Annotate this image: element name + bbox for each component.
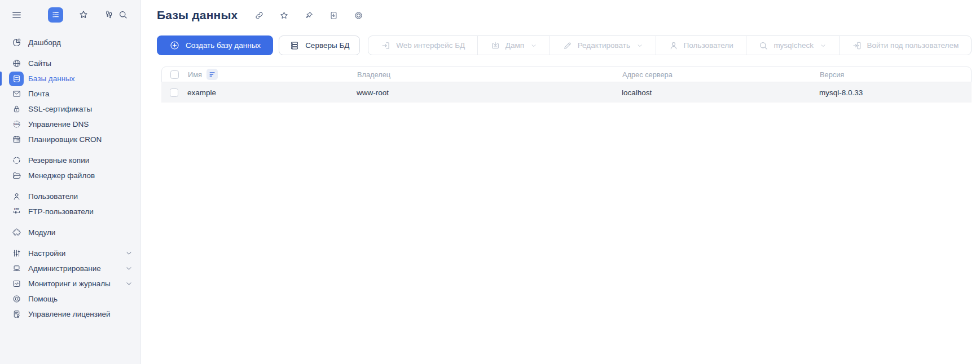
sidebar-item-backups[interactable]: Резервные копии (0, 153, 140, 168)
sort-asc-icon[interactable] (206, 69, 218, 80)
chevron-down-icon (125, 250, 133, 257)
envelope-icon (11, 89, 21, 99)
sidebar-item-cron[interactable]: Планировщик CRON (0, 132, 140, 147)
sidebar-item-ftp-users[interactable]: FTP FTP-пользователи (0, 204, 140, 219)
sidebar-item-label: Настройки (28, 249, 125, 258)
export-file-icon[interactable] (329, 11, 339, 20)
license-icon (11, 309, 21, 319)
chevron-down-icon (820, 42, 827, 49)
globe-icon (11, 59, 21, 69)
toolbar: Создать базу данных Серверы БД Web интер… (157, 35, 972, 55)
sidebar-item-label: Базы данных (28, 74, 133, 83)
table-row[interactable]: example www-root localhost mysql-8.0.33 (161, 82, 972, 103)
sidebar-item-label: Модули (28, 228, 133, 237)
web-interface-button[interactable]: Web интерфейс БД (368, 36, 477, 55)
sidebar-item-label: Дашборд (28, 38, 133, 47)
edit-label: Редактировать (578, 41, 630, 50)
create-database-button[interactable]: Создать базу данных (157, 35, 273, 55)
sliders-icon (11, 248, 21, 259)
sidebar-item-dashboard[interactable]: Дашборд (0, 35, 140, 50)
sidebar-item-label: Резервные копии (28, 156, 133, 165)
cell-version: mysql-8.0.33 (819, 88, 972, 97)
db-servers-button[interactable]: Серверы БД (279, 35, 360, 55)
sidebar-item-mail[interactable]: Почта (0, 86, 140, 101)
pencil-icon (562, 41, 573, 51)
sidebar-item-label: SSL-сертификаты (28, 105, 133, 113)
dump-button[interactable]: Дамп (477, 36, 550, 55)
laptop-icon (11, 264, 21, 274)
header-checkbox-cell (162, 70, 188, 79)
login-as-user-button[interactable]: Войти под пользователем (839, 36, 971, 55)
main-content: Базы данных (141, 0, 980, 364)
sidebar-item-users[interactable]: Пользователи (0, 189, 140, 204)
chevron-down-icon (530, 42, 537, 49)
sidebar-item-administration[interactable]: Администрирование (0, 261, 140, 276)
sidebar-item-modules[interactable]: Модули (0, 225, 140, 240)
column-header-version: Версия (820, 70, 971, 79)
column-label: Имя (188, 70, 202, 79)
web-interface-label: Web интерфейс БД (396, 41, 465, 50)
sidebar-item-ssl[interactable]: SSL-сертификаты (0, 101, 140, 117)
select-all-checkbox[interactable] (170, 70, 179, 79)
backup-circle-icon (11, 156, 21, 166)
sidebar-item-sites[interactable]: Сайты (0, 56, 140, 71)
folder-open-icon (11, 171, 21, 181)
page-title: Базы данных (157, 8, 238, 22)
sidebar-item-license[interactable]: Управление лицензией (0, 307, 140, 322)
column-header-name[interactable]: Имя (188, 69, 357, 80)
dns-icon: DNS (11, 119, 21, 130)
row-checkbox[interactable] (170, 88, 178, 97)
plus-circle-icon (169, 40, 180, 51)
mysqlcheck-button[interactable]: mysqlcheck (746, 36, 839, 55)
favorite-star-icon[interactable] (279, 11, 289, 20)
favorites-star-icon[interactable] (78, 10, 89, 20)
sidebar-item-dns[interactable]: DNS Управление DNS (0, 117, 140, 132)
impersonate-door-icon (852, 41, 862, 51)
db-servers-label: Серверы БД (305, 41, 349, 50)
pin-icon[interactable] (304, 11, 314, 20)
sidebar-item-label: Пользователи (28, 192, 133, 201)
login-as-user-label: Войти под пользователем (867, 41, 959, 50)
dashboard-pie-icon (11, 38, 21, 48)
row-actions-group: Web интерфейс БД Дамп Редактировать (368, 35, 972, 55)
sidebar-item-monitoring[interactable]: Мониторинг и журналы (0, 276, 140, 291)
list-view-icon[interactable] (48, 7, 63, 23)
ftp-icon: FTP (11, 207, 21, 217)
db-users-label: Пользователи (684, 41, 733, 50)
cell-owner: www-root (357, 88, 622, 97)
sidebar-item-databases[interactable]: Базы данных (0, 71, 140, 86)
edit-button[interactable]: Редактировать (550, 36, 656, 55)
footprints-icon[interactable] (104, 10, 114, 20)
mysqlcheck-label: mysqlcheck (774, 41, 814, 50)
sidebar-item-label: Управление лицензией (28, 310, 133, 318)
table-header: Имя Владелец Адрес сервера Версия (161, 66, 972, 82)
copy-link-icon[interactable] (254, 11, 264, 20)
lock-icon (11, 104, 21, 114)
chevron-down-icon (636, 42, 643, 49)
help-rings-icon[interactable] (354, 11, 363, 20)
sidebar-item-file-manager[interactable]: Менеджер файлов (0, 168, 140, 183)
search-icon[interactable] (118, 10, 128, 20)
hamburger-menu-icon[interactable] (11, 10, 22, 20)
import-box-icon (490, 41, 500, 51)
sidebar-item-settings[interactable]: Настройки (0, 246, 140, 261)
sidebar-item-label: FTP-пользователи (28, 207, 133, 216)
active-indicator (0, 72, 2, 86)
calendar-icon (11, 135, 21, 145)
person-icon (669, 41, 679, 51)
sidebar-item-label: Почта (28, 90, 133, 98)
magnifier-icon (758, 41, 768, 51)
svg-text:FTP: FTP (14, 208, 19, 211)
sidebar-item-label: Менеджер файлов (28, 171, 133, 180)
sidebar-item-label: Помощь (28, 295, 133, 303)
cell-name: example (187, 88, 357, 97)
user-icon (11, 192, 21, 202)
sidebar-item-label: Сайты (28, 59, 133, 68)
server-stack-icon (289, 41, 300, 51)
puzzle-icon (11, 228, 21, 238)
sidebar-item-help[interactable]: Помощь (0, 291, 140, 307)
enter-arrow-icon (381, 41, 391, 51)
column-header-owner: Владелец (357, 70, 622, 79)
sidebar-item-label: Управление DNS (28, 120, 133, 128)
db-users-button[interactable]: Пользователи (656, 36, 746, 55)
